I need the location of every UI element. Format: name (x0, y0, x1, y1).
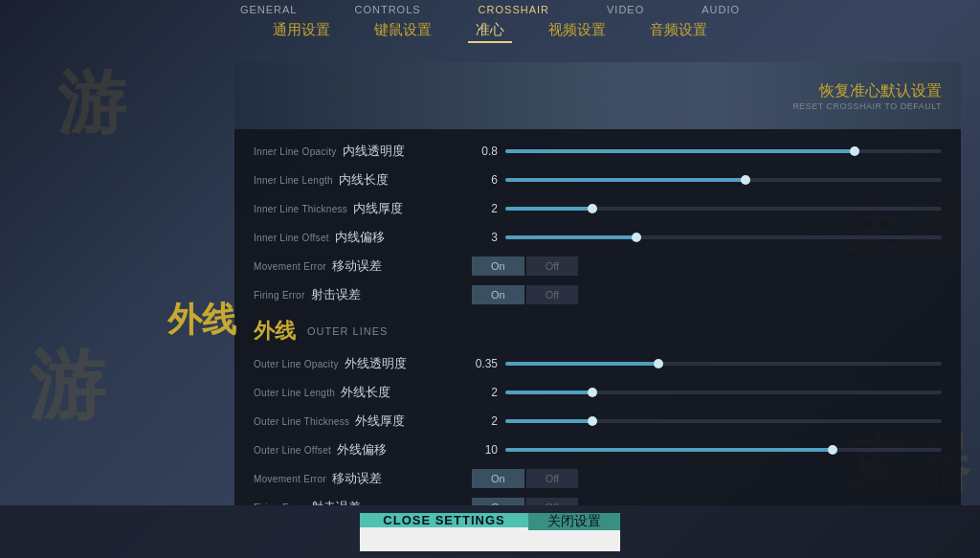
nav-audio[interactable]: AUDIO (702, 4, 740, 15)
toggle-outer-movement-on[interactable]: On (472, 469, 524, 488)
nav-crosshair[interactable]: CROSSHAIR (479, 4, 549, 15)
slider-inner-opacity[interactable] (505, 149, 942, 153)
outer-lines-en: OUTER LINES (307, 325, 388, 337)
row-inner-offset: Inner Line Offset 内线偏移 3 (234, 223, 961, 252)
toggle-outer-firing-off[interactable]: Off (526, 498, 578, 505)
toggle-outer-firing: On Off (472, 498, 942, 505)
label-zh-inner-length: 内线长度 (339, 171, 389, 189)
nav-zh-general[interactable]: 通用设置 (265, 19, 338, 43)
row-outer-firing: Firing Error 射击误差 On Off (234, 493, 961, 505)
value-outer-length: 2 (464, 386, 498, 399)
label-outer-offset: Outer Line Offset 外线偏移 (254, 441, 464, 458)
slider-outer-thickness[interactable] (505, 419, 942, 423)
nav-zh-video[interactable]: 视频设置 (541, 19, 613, 43)
label-inner-movement: Movement Error 移动误差 (254, 257, 464, 275)
row-outer-opacity: Outer Line Opacity 外线透明度 0.35 (234, 349, 961, 378)
value-outer-opacity: 0.35 (464, 357, 498, 370)
label-en-inner-thickness: Inner Line Thickness (254, 204, 347, 214)
slider-outer-offset[interactable] (505, 448, 942, 452)
toggle-outer-movement: On Off (472, 469, 942, 488)
reset-zh-label: 恢复准心默认设置 (792, 81, 942, 101)
close-settings-en-label: CLOSE SETTINGS (360, 513, 527, 527)
label-outer-firing: Firing Error 射击误差 (254, 499, 464, 505)
label-en-outer-thickness: Outer Line Thickness (254, 416, 349, 427)
label-zh-inner-offset: 内线偏移 (335, 229, 385, 246)
label-zh-inner-opacity: 内线透明度 (343, 143, 405, 160)
label-zh-outer-opacity: 外线透明度 (345, 355, 407, 372)
toggle-inner-movement-off[interactable]: Off (526, 257, 578, 276)
toggle-inner-movement-on[interactable]: On (472, 257, 524, 276)
outer-lines-section-header: 外线 OUTER LINES (234, 309, 961, 349)
panel-content[interactable]: Inner Line Opacity 内线透明度 0.8 Inner Line … (234, 129, 961, 505)
toggle-inner-movement: On Off (472, 257, 942, 276)
row-inner-thickness: Inner Line Thickness 内线厚度 2 (234, 194, 961, 223)
label-inner-length: Inner Line Length 内线长度 (254, 171, 464, 189)
label-en-outer-opacity: Outer Line Opacity (254, 359, 339, 369)
label-zh-outer-length: 外线长度 (341, 384, 390, 401)
label-en-outer-movement: Movement Error (254, 474, 326, 484)
label-zh-outer-firing: 射击误差 (311, 499, 361, 505)
toggle-inner-firing: On Off (472, 285, 942, 304)
row-inner-length: Inner Line Length 内线长度 6 (234, 166, 961, 194)
reset-en-label: RESET CROSSHAIR TO DEFAULT (792, 101, 942, 111)
label-zh-inner-movement: 移动误差 (332, 257, 382, 275)
close-settings-zh-label: 关闭设置 (528, 513, 620, 530)
label-en-inner-opacity: Inner Line Opacity (254, 146, 337, 157)
nav-controls[interactable]: CONTROLS (354, 4, 420, 15)
nav-zh-controls[interactable]: 键鼠设置 (367, 19, 439, 43)
row-outer-offset: Outer Line Offset 外线偏移 10 (234, 435, 961, 464)
row-inner-movement: Movement Error 移动误差 On Off (234, 252, 961, 280)
label-zh-outer-movement: 移动误差 (332, 470, 382, 487)
nav-zh-crosshair[interactable]: 准心 (468, 19, 512, 43)
slider-outer-opacity[interactable] (505, 362, 942, 366)
nav-zh-audio[interactable]: 音频设置 (642, 19, 715, 43)
label-outer-thickness: Outer Line Thickness 外线厚度 (254, 413, 464, 430)
toggle-outer-firing-on[interactable]: On (472, 498, 524, 505)
value-outer-thickness: 2 (464, 414, 498, 428)
toggle-inner-firing-on[interactable]: On (472, 285, 524, 304)
top-nav: GENERAL CONTROLS CROSSHAIR VIDEO AUDIO 通… (0, 0, 980, 56)
row-outer-length: Outer Line Length 外线长度 2 (234, 378, 961, 407)
label-en-outer-offset: Outer Line Offset (254, 445, 331, 456)
close-settings-button[interactable]: CLOSE SETTINGS 关闭设置 (360, 513, 619, 551)
left-outer-label: 外线 (167, 297, 236, 344)
label-outer-length: Outer Line Length 外线长度 (254, 384, 464, 401)
nav-chinese: 通用设置 键鼠设置 准心 视频设置 音频设置 (265, 19, 715, 43)
label-en-inner-offset: Inner Line Offset (254, 233, 329, 243)
row-inner-firing: Firing Error 射击误差 On Off (234, 280, 961, 309)
label-en-inner-length: Inner Line Length (254, 175, 333, 186)
row-inner-opacity: Inner Line Opacity 内线透明度 0.8 (234, 137, 961, 166)
row-outer-thickness: Outer Line Thickness 外线厚度 2 (234, 407, 961, 435)
label-inner-offset: Inner Line Offset 内线偏移 (254, 229, 464, 246)
value-inner-offset: 3 (464, 231, 498, 244)
slider-inner-length[interactable] (505, 178, 942, 182)
close-bar: CLOSE SETTINGS 关闭设置 (0, 505, 980, 558)
toggle-outer-movement-off[interactable]: Off (526, 469, 578, 488)
value-inner-thickness: 2 (464, 202, 498, 215)
label-inner-opacity: Inner Line Opacity 内线透明度 (254, 143, 464, 160)
nav-general[interactable]: GENERAL (240, 4, 298, 15)
value-inner-length: 6 (464, 173, 498, 187)
value-inner-opacity: 0.8 (464, 145, 498, 158)
label-inner-thickness: Inner Line Thickness 内线厚度 (254, 200, 464, 217)
reset-button[interactable]: 恢复准心默认设置 RESET CROSSHAIR TO DEFAULT (792, 81, 942, 111)
label-zh-outer-offset: 外线偏移 (337, 441, 387, 458)
outer-lines-zh: 外线 (254, 317, 296, 346)
label-zh-inner-firing: 射击误差 (311, 286, 361, 303)
nav-english: GENERAL CONTROLS CROSSHAIR VIDEO AUDIO (240, 0, 740, 15)
label-inner-firing: Firing Error 射击误差 (254, 286, 464, 303)
toggle-inner-firing-off[interactable]: Off (526, 285, 578, 304)
label-en-inner-firing: Firing Error (254, 290, 305, 301)
slider-inner-thickness[interactable] (505, 207, 942, 211)
slider-inner-offset[interactable] (505, 235, 942, 239)
label-en-inner-movement: Movement Error (254, 261, 326, 272)
label-en-outer-length: Outer Line Length (254, 388, 335, 398)
label-zh-outer-thickness: 外线厚度 (355, 413, 405, 430)
label-outer-movement: Movement Error 移动误差 (254, 470, 464, 487)
row-outer-movement: Movement Error 移动误差 On Off (234, 464, 961, 493)
label-outer-opacity: Outer Line Opacity 外线透明度 (254, 355, 464, 372)
nav-video[interactable]: VIDEO (607, 4, 644, 15)
settings-panel: 恢复准心默认设置 RESET CROSSHAIR TO DEFAULT Inne… (234, 62, 961, 505)
value-outer-offset: 10 (464, 443, 498, 457)
slider-outer-length[interactable] (505, 391, 942, 394)
